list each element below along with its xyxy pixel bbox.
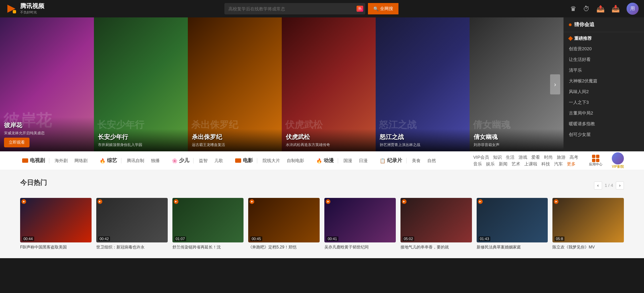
sidebar-item-9[interactable]: 创可少女屋 (564, 129, 644, 140)
nav-item-doc[interactable]: 📋 纪录片 (378, 157, 404, 164)
video-card-8[interactable]: ▶ 05:8 陈立农《我梦见你》MV (552, 198, 624, 250)
hero-card-subtitle: 孙艺洲贾青上演丛林之战 (380, 142, 466, 147)
nav-tech[interactable]: 科技 (541, 161, 550, 167)
video-duration: 00:44 (22, 236, 34, 241)
nav-sub-exclusive[interactable]: 独播 (148, 158, 163, 164)
sidebar-item-2[interactable]: 让生活好看 (564, 54, 644, 65)
video-thumb-bg (172, 198, 244, 242)
hero-card-title: 怒江之战 (380, 133, 466, 141)
doc-icon: 📋 (380, 158, 385, 163)
search-area: 热 🔍 全网搜 (59, 3, 564, 14)
prev-page-button[interactable]: ‹ (594, 181, 602, 190)
video-thumb: ▶ 05:8 (552, 198, 624, 242)
video-thumb: ▶ 00:42 (96, 198, 168, 242)
hero-card-3[interactable]: 杀出侏罗纪 杀出侏罗纪 远古霸王龙嗜血复活 (188, 17, 282, 151)
nav-item-anime[interactable]: 🔥 动漫 (314, 157, 336, 164)
video-thumb: ▶ 01:07 (172, 198, 244, 242)
video-duration: 00:42 (98, 236, 110, 241)
nav-car[interactable]: 汽车 (554, 161, 563, 167)
sidebar-item-7[interactable]: 古董局中局2 (564, 108, 644, 119)
nav-item-kids[interactable]: 🌸 少儿 (170, 157, 191, 164)
crown-icon: ♛ (570, 5, 576, 12)
nav-games[interactable]: 游戏 (519, 154, 527, 160)
nav-item-variety[interactable]: 🔥 综艺 (98, 157, 119, 164)
nav-right: VIP会员 知识 生活 游戏 爱看 时尚 旅游 高考 音乐 娱乐 新闻 艺术 上… (473, 152, 624, 169)
hero-card-4[interactable]: 伏虎武松 伏虎武松 水浒武松再造东方英雄传奇 (282, 17, 376, 151)
nav-sub-original-movie[interactable]: 自制电影 (283, 158, 308, 164)
sidebar-title: 猜你会追 (574, 21, 594, 28)
sidebar-item-1[interactable]: 创造营2020 (564, 44, 644, 54)
nav-gaokao[interactable]: 高考 (570, 154, 578, 160)
nav-group-kids: 🌸 少儿 益智 儿歌 (170, 157, 226, 164)
sidebar-item-3[interactable]: 清平乐 (564, 65, 644, 76)
video-card-2[interactable]: ▶ 00:42 世卫组织：新冠病毒也许永 (96, 198, 168, 250)
nav-sub-tencent[interactable]: 腾讯自制 (123, 158, 148, 164)
nav-sep6 (406, 158, 407, 163)
hero-card-5[interactable]: 怒江之战 怒江之战 孙艺洲贾青上演丛林之战 (376, 17, 470, 151)
nav-sub-food[interactable]: 美食 (409, 158, 424, 164)
nav-travel[interactable]: 旅游 (557, 154, 566, 160)
nav-vip-member[interactable]: VIP会员 (473, 154, 489, 160)
nav-sub-web[interactable]: 网络剧 (71, 158, 91, 164)
video-title: 接地气儿的串串香，要的就 (400, 244, 472, 250)
nav-love[interactable]: 爱看 (531, 154, 540, 160)
search-input[interactable] (224, 6, 357, 11)
nav-fashion[interactable]: 时尚 (544, 154, 553, 160)
watch-button[interactable]: 立即观看 (4, 138, 30, 147)
nav-sub-cn-anime[interactable]: 国漫 (340, 158, 356, 164)
nav-sub-cinema[interactable]: 院线大片 (259, 158, 283, 164)
nav-sub-jp-anime[interactable]: 日漫 (356, 158, 371, 164)
next-page-button[interactable]: › (616, 181, 624, 190)
sidebar-item-4[interactable]: 大神猴2伏魔篇 (564, 76, 644, 86)
history-button[interactable]: ⏱ (583, 5, 590, 13)
video-card-7[interactable]: ▶ 01:43 新修民法典草案婚姻家庭 (477, 198, 548, 250)
video-card-5[interactable]: ▶ 00:41 吴亦凡鹿晗黄子韬世纪同 (324, 198, 396, 250)
hero-card-6[interactable]: 倩女幽魂 倩女幽魂 刘亦菲音箱女声 (470, 17, 564, 151)
hero-card-subtitle: 远古霸王龙嗜血复活 (192, 142, 278, 147)
hero-card-overlay: 长安少年行 市井厨娘顶替身份乱入学园 (94, 129, 188, 151)
nav-news[interactable]: 新闻 (499, 161, 507, 167)
video-card-4[interactable]: ▶ 00:45 《奔跑吧》定档5.29！郑恺 (248, 198, 320, 250)
nav-item-tv[interactable]: 电视剧 (20, 157, 47, 164)
nav-entertainment[interactable]: 娱乐 (486, 161, 495, 167)
app-center-area[interactable]: 应用中心 (589, 155, 602, 167)
vip-cinema-area[interactable]: VIP影院 (612, 152, 624, 169)
nav-sub-overseas[interactable]: 海外剧 (51, 158, 71, 164)
share-button[interactable]: 📤 (596, 5, 605, 13)
sidebar-item-5[interactable]: 风味人间2 (564, 86, 644, 97)
crown-button[interactable]: ♛ (570, 5, 576, 13)
sidebar-item-8[interactable]: 暖暖请多指教 (564, 119, 644, 129)
nav-row-1: VIP会员 知识 生活 游戏 爱看 时尚 旅游 高考 (473, 154, 578, 160)
sidebar-item-6[interactable]: 一人之下3 (564, 97, 644, 108)
hero-card-2[interactable]: 长安少年行 长安少年行 市井厨娘顶替身份乱入学园 (94, 17, 188, 151)
video-title: 《奔跑吧》定档5.29！郑恺 (248, 244, 320, 250)
nav-sub-songs[interactable]: 儿歌 (211, 158, 226, 164)
vip-avatar (612, 152, 624, 164)
video-card-3[interactable]: ▶ 01:07 舒兰传染链跨省再延长！沈 (172, 198, 244, 250)
kids-icon: 🌸 (172, 158, 177, 163)
page-info: 1 / 4 (605, 183, 613, 188)
avatar[interactable]: 用 (627, 3, 639, 15)
nav-sub-educational[interactable]: 益智 (196, 158, 211, 164)
nav-art[interactable]: 艺术 (512, 161, 520, 167)
hero-next-arrow[interactable]: › (550, 74, 560, 94)
nav-knowledge[interactable]: 知识 (493, 154, 502, 160)
nav-classes[interactable]: 上课啦 (524, 161, 537, 167)
nav-doc-label: 纪录片 (387, 157, 402, 164)
video-card-1[interactable]: ▶ 00:44 FBI声称中国黑客盗取美国 (20, 198, 92, 250)
nav-sub-nature[interactable]: 自然 (424, 158, 439, 164)
nav-kids-label: 少儿 (179, 157, 189, 164)
nav-music[interactable]: 音乐 (473, 161, 482, 167)
hero-card-1[interactable]: 彼岸花 彼岸花 宋威龙林允开启纯美虐恋 立即观看 (0, 17, 94, 151)
play-icon: ▶ (478, 199, 483, 204)
video-card-6[interactable]: ▶ 05:02 接地气儿的串串香，要的就 (400, 198, 472, 250)
search-button[interactable]: 🔍 全网搜 (368, 3, 398, 14)
nav-item-movie[interactable]: 电影 (233, 157, 255, 164)
nav-life[interactable]: 生活 (506, 154, 515, 160)
share-icon: 📤 (596, 5, 605, 12)
nav-sep2 (121, 158, 121, 163)
download-button[interactable]: 📥 (611, 5, 620, 13)
nav-group-movie: 电影 院线大片 自制电影 (233, 157, 308, 164)
nav-more[interactable]: 更多 (567, 161, 576, 167)
tv-icon (22, 158, 28, 163)
